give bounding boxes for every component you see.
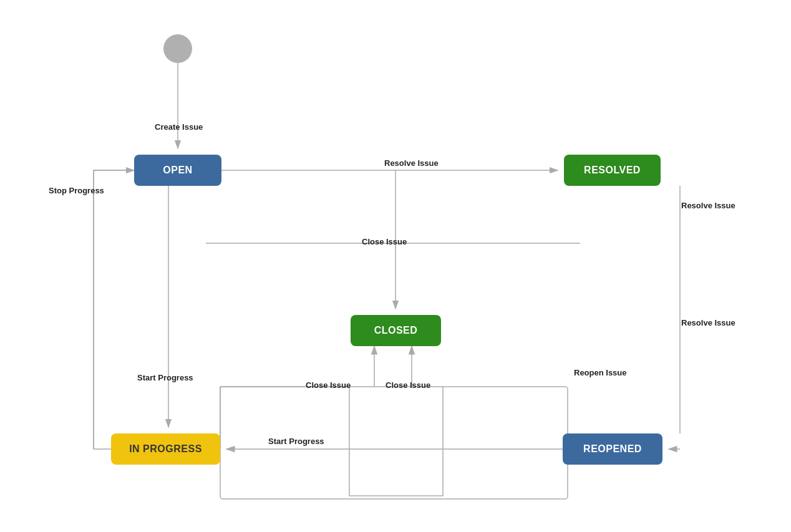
state-inprogress: IN PROGRESS bbox=[111, 433, 220, 465]
state-resolved: RESOLVED bbox=[564, 155, 661, 186]
svg-rect-15 bbox=[220, 387, 568, 499]
start-state bbox=[163, 34, 192, 63]
state-reopened: REOPENED bbox=[563, 433, 662, 465]
diagram-container: OPEN RESOLVED CLOSED IN PROGRESS REOPENE… bbox=[0, 0, 791, 532]
state-open: OPEN bbox=[134, 155, 221, 186]
state-closed: CLOSED bbox=[351, 315, 441, 346]
